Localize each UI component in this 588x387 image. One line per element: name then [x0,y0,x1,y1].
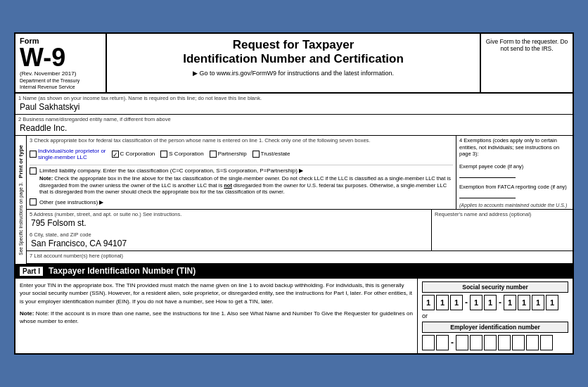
ein-box-9[interactable] [540,335,553,350]
checkbox-partnership[interactable]: Partnership [210,151,247,158]
individual-checkbox[interactable] [30,151,37,158]
form-url-line: ▶ Go to www.irs.gov/FormW9 for instructi… [114,70,473,77]
llc-checkbox[interactable] [30,167,37,175]
line5-value: 795 Folsom st. [30,217,428,229]
ssn-box-3[interactable]: 1 [450,295,463,310]
c-corp-checkbox[interactable] [112,151,119,158]
main-body: 3 Check appropriate box for federal tax … [27,136,573,264]
requester-block: Requester's name and address (optional) [432,210,573,250]
ein-box-8[interactable] [526,335,539,350]
ein-box-5[interactable] [484,335,497,350]
checkbox-s-corp[interactable]: S Corporation [160,151,203,158]
ein-box-4[interactable] [470,335,482,350]
tax-options-row: Individual/sole proprietor orsingle-memb… [30,146,453,162]
line1-section: 1 Name (as shown on your income tax retu… [15,94,573,115]
ssn-box-9[interactable]: 1 [546,295,558,310]
w9-form: Form W-9 (Rev. November 2017) Department… [14,32,574,355]
llc-row: Limited liability company. Enter the tax… [30,165,453,197]
give-form-text: Give Form to the requester. Do not send … [481,34,573,92]
line2-label: 2 Business name/disregarded entity name,… [18,116,570,122]
line5-label: 5 Address (number, street, and apt. or s… [30,211,428,217]
ssn-box-5[interactable]: 1 [484,295,497,310]
llc-note: Note: Check the appropriate box in the l… [39,175,453,196]
other-row: Other (see instructions) ▶ [30,197,453,207]
fatca-note: (Applies to accounts maintained outside … [459,203,570,208]
individual-label: Individual/sole proprietor orsingle-memb… [38,148,106,160]
requester-label: Requester's name and address (optional) [435,211,570,217]
ein-box-3[interactable] [456,335,468,350]
part1-note: Note: Note: If the account is in more th… [20,310,413,325]
s-corp-label: S Corporation [169,151,203,157]
ssn-box-4[interactable]: 1 [470,295,482,310]
trust-label: Trust/estate [261,151,290,157]
part1-body: Enter your TIN in the appropriate box. T… [15,278,573,353]
rev-date: (Rev. November 2017) [20,70,101,77]
s-corp-checkbox[interactable] [160,151,167,158]
line7-section: 7 List account number(s) here (optional) [27,251,573,264]
llc-label: Limited liability company. Enter the tax… [39,167,453,174]
ssn-label: Social security number [422,281,568,293]
c-corp-label: C Corporation [120,151,155,157]
line1-label: 1 Name (as shown on your income tax retu… [18,95,570,101]
exempt-payee-label: Exempt payee code (if any) [459,163,570,170]
trust-checkbox[interactable] [253,151,260,158]
checkbox-c-corp[interactable]: C Corporation [112,151,155,158]
ein-box-6[interactable] [498,335,511,350]
line2-section: 2 Business name/disregarded entity name,… [15,115,573,136]
ein-box-7[interactable] [512,335,525,350]
line6-value: San Francisco, CA 94107 [30,238,428,249]
other-label: Other (see instructions) ▶ [39,199,103,205]
form-title-line1: Request for Taxpayer [114,38,473,52]
ein-box-2[interactable] [436,335,449,350]
part1-tin-block: Social security number 1 1 1 - 1 1 - 1 1… [418,279,573,353]
tax-class-left: 3 Check appropriate box for federal tax … [27,136,456,209]
part1-body-text: Enter your TIN in the appropriate box. T… [20,281,413,305]
address-section: 5 Address (number, street, and apt. or s… [27,210,573,251]
partnership-label: Partnership [218,151,247,157]
line5-6-block: 5 Address (number, street, and apt. or s… [27,210,432,250]
ssn-box-1[interactable]: 1 [422,295,435,310]
side-label-block: Print or type See Specific Instructions … [15,136,27,264]
fatca-label: Exemption from FATCA reporting code (if … [459,184,570,190]
dept2: Internal Revenue Service [20,84,101,89]
dept1: Department of the Treasury [20,78,101,83]
form-title-block: Request for Taxpayer Identification Numb… [107,34,481,92]
partnership-checkbox[interactable] [210,151,217,158]
line1-value: Paul Sakhatskyi [18,101,570,113]
part1-label: Part I [20,267,43,276]
ssn-dash-1: - [464,298,468,307]
line6-label: 6 City, state, and ZIP code [30,231,428,238]
line3-label: 3 Check appropriate box for federal tax … [30,137,453,144]
form-header: Form W-9 (Rev. November 2017) Department… [15,34,573,94]
lines-3-4-block: Print or type See Specific Instructions … [15,136,573,264]
checkbox-individual[interactable]: Individual/sole proprietor orsingle-memb… [30,148,106,160]
ein-label: Employer identification number [422,322,568,333]
exemptions-block: 4 Exemptions (codes apply only to certai… [456,136,573,209]
other-checkbox[interactable] [30,198,37,205]
ein-box-1[interactable] [422,335,435,350]
ssn-box-8[interactable]: 1 [532,295,544,310]
form-title-line2: Identification Number and Certification [114,52,473,66]
line7-label: 7 List account number(s) here (optional) [30,253,570,259]
ssn-boxes: 1 1 1 - 1 1 - 1 1 1 1 [422,295,568,310]
ein-boxes: - [422,335,568,350]
side-label-specific: See Specific Instructions on page 3. [18,182,23,255]
tax-class-section: 3 Check appropriate box for federal tax … [27,136,573,210]
form-id-block: Form W-9 (Rev. November 2017) Department… [15,34,107,92]
side-label-print: Print or type [18,145,24,178]
part1-header: Part I Taxpayer Identification Number (T… [15,264,573,278]
fatca-field[interactable] [459,190,516,198]
form-number: W-9 [20,45,101,70]
ssn-box-2[interactable]: 1 [436,295,449,310]
ssn-dash-2: - [498,298,502,307]
part1-instructions: Enter your TIN in the appropriate box. T… [15,279,418,353]
ssn-box-6[interactable]: 1 [504,295,516,310]
line2-value: Readdle Inc. [18,122,570,134]
ssn-box-7[interactable]: 1 [518,295,530,310]
exemptions-label: 4 Exemptions (codes apply only to certai… [459,137,570,158]
part1-title: Taxpayer Identification Number (TIN) [49,266,196,276]
or-text: or [422,312,568,319]
checkbox-trust[interactable]: Trust/estate [253,151,290,158]
ein-dash: - [450,338,454,348]
exempt-payee-field[interactable] [459,170,516,178]
